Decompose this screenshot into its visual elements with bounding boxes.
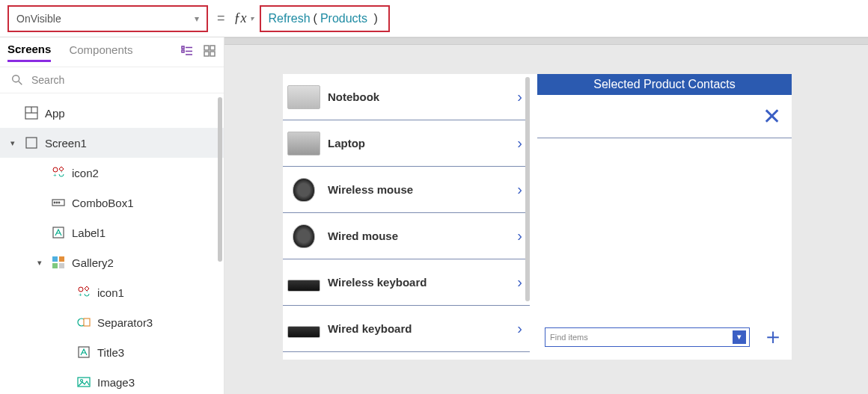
tree-search[interactable]: Search <box>0 67 224 93</box>
svg-point-18 <box>54 202 55 203</box>
svg-rect-25 <box>59 263 64 268</box>
contacts-panel: Selected Product Contacts ✕ Find items ▾… <box>537 74 792 360</box>
svg-rect-7 <box>204 52 209 56</box>
image-icon <box>76 375 91 390</box>
search-placeholder: Search <box>31 74 64 86</box>
product-image <box>293 178 315 202</box>
tree-item-label1[interactable]: Label1 <box>0 218 224 247</box>
svg-rect-6 <box>210 46 215 50</box>
svg-rect-23 <box>59 256 64 262</box>
formula-input[interactable]: Refresh ( Products ) <box>260 5 390 32</box>
chevron-down-icon: ▾ <box>195 13 199 24</box>
property-selector[interactable]: OnVisible ▾ <box>7 5 208 32</box>
svg-line-10 <box>19 81 22 85</box>
svg-rect-24 <box>52 263 58 268</box>
tree-item-title3[interactable]: Title3 <box>0 337 224 367</box>
tree-label: icon1 <box>97 286 124 299</box>
product-title: Notebook <box>328 90 510 103</box>
product-image <box>287 132 320 156</box>
chevron-right-icon[interactable]: › <box>517 274 522 291</box>
svg-rect-1 <box>182 50 184 52</box>
find-items-combobox[interactable]: Find items ▾ <box>545 327 750 347</box>
chevron-down-icon: ▾ <box>250 14 254 22</box>
product-title: Laptop <box>328 137 510 150</box>
formula-fn: Refresh <box>269 12 311 25</box>
svg-rect-0 <box>182 46 184 49</box>
tree-item-screen1[interactable]: ▾ Screen1 <box>0 128 224 158</box>
search-icon <box>10 73 24 87</box>
tree-item-combobox1[interactable]: ComboBox1 <box>0 188 224 218</box>
tree-label: Label1 <box>72 227 106 239</box>
chevron-right-icon[interactable]: › <box>517 181 522 198</box>
svg-point-32 <box>81 380 83 382</box>
close-icon[interactable]: ✕ <box>762 103 781 129</box>
combobox-icon <box>51 195 66 210</box>
gallery[interactable]: Notebook › Laptop › Wireless mouse › Wir… <box>283 74 530 360</box>
product-image <box>293 224 315 248</box>
svg-rect-22 <box>52 256 58 262</box>
icon-icon: + <box>76 285 91 300</box>
screen-icon <box>24 135 39 150</box>
gallery-item[interactable]: Wireless mouse › <box>283 167 530 213</box>
icon-icon: + <box>51 165 66 180</box>
gallery-item[interactable]: Wired keyboard › <box>283 306 530 352</box>
chevron-right-icon[interactable]: › <box>517 88 522 105</box>
gallery-item[interactable]: Notebook › <box>283 74 530 120</box>
tree-label: Title3 <box>97 346 124 359</box>
caret-down-icon[interactable]: ▾ <box>37 258 45 268</box>
tree-label: Image3 <box>97 376 135 389</box>
product-image <box>287 280 320 292</box>
equals-label: = <box>217 10 225 26</box>
caret-down-icon[interactable]: ▾ <box>10 138 18 148</box>
tree-item-icon1[interactable]: + icon1 <box>0 277 224 307</box>
gallery-item[interactable]: Laptop › <box>283 120 530 167</box>
chevron-right-icon[interactable]: › <box>517 320 522 337</box>
fx-icon[interactable]: ƒx ▾ <box>234 10 254 26</box>
tree-label: App <box>45 107 65 120</box>
product-title: Wireless mouse <box>328 183 510 196</box>
svg-rect-14 <box>26 138 37 148</box>
app-icon <box>24 105 39 120</box>
svg-point-9 <box>13 76 19 82</box>
list-view-icon[interactable] <box>180 44 194 60</box>
tree-item-image3[interactable]: Image3 <box>0 367 224 394</box>
chevron-down-icon[interactable]: ▾ <box>733 330 746 344</box>
label-icon <box>76 345 91 360</box>
tree-item-icon2[interactable]: + icon2 <box>0 158 224 188</box>
canvas[interactable]: Notebook › Laptop › Wireless mouse › Wir… <box>224 37 868 394</box>
combobox-placeholder: Find items <box>550 333 588 342</box>
product-title: Wired mouse <box>328 230 510 242</box>
scrollbar[interactable] <box>525 77 530 301</box>
tree-item-separator3[interactable]: Separator3 <box>0 307 224 337</box>
chevron-right-icon[interactable]: › <box>517 135 522 152</box>
tab-components[interactable]: Components <box>69 43 132 61</box>
contacts-header: Selected Product Contacts <box>537 74 792 95</box>
svg-point-19 <box>56 202 58 203</box>
product-image <box>287 85 320 109</box>
app-preview: Notebook › Laptop › Wireless mouse › Wir… <box>283 74 792 360</box>
contacts-body <box>537 138 792 317</box>
svg-text:+: + <box>53 172 57 179</box>
label-icon <box>51 225 66 240</box>
tree-label: Separator3 <box>97 316 153 329</box>
product-title: Wireless keyboard <box>328 276 510 289</box>
tree-panel: Screens Components Search App <box>0 37 224 394</box>
tree-label: ComboBox1 <box>72 197 134 209</box>
tree-item-gallery2[interactable]: ▾ Gallery2 <box>0 247 224 277</box>
add-icon[interactable]: ＋ <box>762 321 784 352</box>
tree-item-app[interactable]: App <box>0 98 224 128</box>
gallery-item[interactable]: Wired mouse › <box>283 213 530 259</box>
tab-screens[interactable]: Screens <box>7 43 51 62</box>
tree-label: Gallery2 <box>72 256 114 269</box>
tree-label: Screen1 <box>45 137 87 150</box>
gallery-item[interactable]: Wireless keyboard › <box>283 259 530 306</box>
svg-rect-8 <box>210 52 215 56</box>
formula-bar: OnVisible ▾ = ƒx ▾ Refresh ( Products ) <box>0 0 868 37</box>
chevron-right-icon[interactable]: › <box>517 227 522 244</box>
gallery-icon <box>51 255 66 270</box>
tree-label: icon2 <box>72 167 99 179</box>
grid-view-icon[interactable] <box>203 44 216 60</box>
scrollbar[interactable] <box>218 97 222 262</box>
product-image <box>287 326 320 338</box>
property-value: OnVisible <box>16 13 61 25</box>
